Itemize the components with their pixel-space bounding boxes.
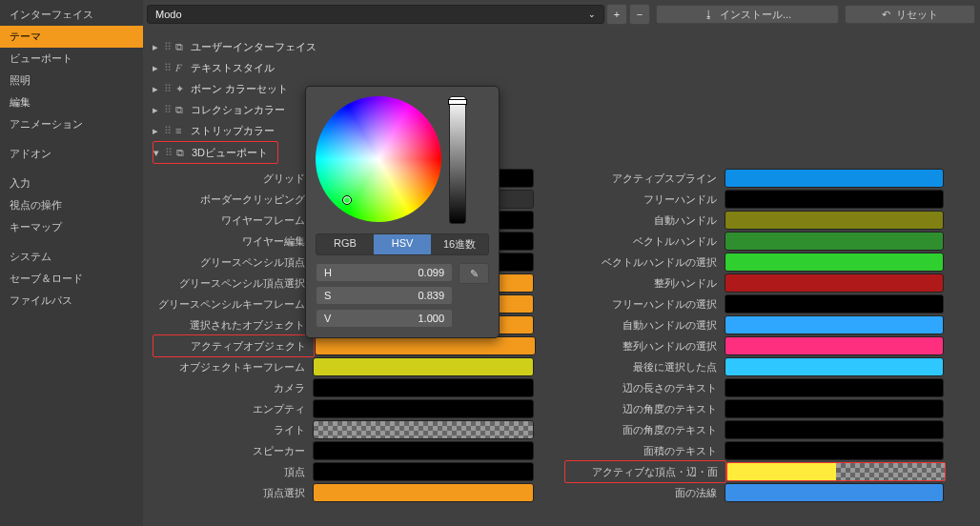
property-row: 面の法線 [564,482,946,503]
color-swatch[interactable] [725,169,944,188]
drag-icon[interactable]: ⠿ [164,83,175,95]
topbar: Modo ⌄ + − ⭳ インストール... ↶ リセット [143,0,980,29]
drag-icon[interactable]: ⠿ [164,62,175,74]
property-row: カメラ [153,377,536,398]
property-row: 自動ハンドルの選択 [564,314,946,335]
preset-add-button[interactable]: + [606,4,627,25]
property-label: アクティブな頂点・辺・面 [564,460,726,483]
property-row: フリーハンドルの選択 [564,293,946,314]
color-swatch[interactable] [725,315,944,334]
color-swatch[interactable] [313,357,534,376]
category-icon: ⧉ [175,104,191,116]
property-label: エンプティ [153,398,313,419]
property-row: ライト [153,419,536,440]
download-icon: ⭳ [704,9,714,20]
color-mode-tab[interactable]: 16進数 [431,234,488,254]
property-label: グリースペンシルキーフレーム [153,293,313,314]
reset-label: リセット [896,8,938,22]
color-swatch[interactable] [725,378,944,397]
color-swatch[interactable] [725,357,944,376]
property-label: 辺の角度のテキスト [564,398,725,419]
property-row: 面積のテキスト [564,440,946,461]
color-swatch[interactable] [313,462,534,481]
preset-dropdown[interactable]: Modo ⌄ [147,5,604,24]
value-slider[interactable] [449,96,466,224]
property-label: スピーカー [153,440,313,461]
sidebar-item[interactable]: インターフェイス [0,4,143,26]
property-row: エンプティ [153,398,536,419]
sidebar-item[interactable]: 視点の操作 [0,194,143,216]
color-wheel[interactable] [316,96,441,222]
color-mode-tab[interactable]: HSV [374,234,431,254]
sidebar-item[interactable]: 入力 [0,172,143,194]
color-swatch[interactable] [313,399,534,418]
preset-remove-button[interactable]: − [629,4,650,25]
color-swatch[interactable] [725,211,944,230]
disclosure-icon: ▸ [153,83,164,95]
property-row: 辺の角度のテキスト [564,398,946,419]
tree-label: ユーザーインターフェイス [191,40,316,54]
property-row: フリーハンドル [564,189,946,210]
color-swatch[interactable] [725,420,944,439]
color-swatch[interactable] [313,441,534,460]
color-swatch[interactable] [313,378,534,397]
tree-item[interactable]: ▸⠿✦ボーン カラーセット [153,78,980,99]
sidebar-item[interactable]: アニメーション [0,113,143,135]
drag-icon[interactable]: ⠿ [164,41,175,53]
property-row: 整列ハンドル [564,273,946,293]
sidebar-item[interactable]: ファイルパス [0,290,143,312]
sidebar-item[interactable]: 編集 [0,91,143,113]
color-swatch[interactable] [313,483,534,502]
tree-label: 3Dビューポート [192,146,268,160]
property-row: 最後に選択した点 [564,356,946,377]
value-field[interactable]: V 1.000 [316,309,453,328]
color-swatch[interactable] [725,294,944,314]
property-row: アクティブスプライン [564,168,946,189]
reset-button[interactable]: ↶ リセット [845,5,975,24]
color-swatch[interactable] [726,462,946,481]
category-icon: ✦ [175,83,191,95]
property-label: カメラ [153,377,313,398]
color-swatch[interactable] [725,190,944,209]
property-label: フリーハンドルの選択 [564,293,725,314]
eyedropper-button[interactable]: ✎ [459,263,489,284]
tree-item[interactable]: ▸⠿𝐹テキストスタイル [153,57,980,78]
sidebar-item[interactable]: アドオン [0,143,143,165]
install-button[interactable]: ⭳ インストール... [656,5,839,24]
color-mode-tab[interactable]: RGB [316,234,374,254]
eyedropper-icon: ✎ [470,268,479,280]
color-swatch[interactable] [725,441,944,460]
color-swatch[interactable] [725,273,944,293]
color-swatch[interactable] [725,399,944,418]
color-wheel-cursor[interactable] [342,195,352,205]
tree-item[interactable]: ▸⠿≡ストリップカラー [153,120,980,141]
sidebar-item[interactable]: セーブ＆ロード [0,268,143,290]
color-swatch[interactable] [725,336,944,355]
color-swatch[interactable] [725,232,944,251]
color-swatch[interactable] [315,336,536,355]
sidebar-item[interactable]: テーマ [0,26,143,48]
tree-item[interactable]: ▸⠿⧉コレクションカラー [153,99,980,120]
drag-icon[interactable]: ⠿ [164,104,175,116]
color-swatch[interactable] [725,253,944,272]
tree-label: ボーン カラーセット [191,82,288,96]
sidebar-item[interactable]: 照明 [0,70,143,91]
hue-field[interactable]: H 0.099 [316,263,453,282]
saturation-field[interactable]: S 0.839 [316,286,453,305]
tree-item[interactable]: ▾⠿⧉3Dビューポート [153,141,278,164]
color-picker-popup: RGBHSV16進数 H 0.099 S 0.839 [305,86,500,338]
color-swatch[interactable] [725,483,944,502]
sidebar-item[interactable]: システム [0,246,143,268]
property-row: スピーカー [153,440,536,461]
sidebar-item[interactable]: ビューポート [0,48,143,70]
property-label: アクティブオブジェクト [153,334,315,357]
drag-icon[interactable]: ⠿ [165,147,176,159]
color-swatch[interactable] [313,420,534,439]
value-slider-handle[interactable] [448,99,467,105]
drag-icon[interactable]: ⠿ [164,125,175,137]
disclosure-icon: ▸ [153,41,164,53]
sidebar-item[interactable]: キーマップ [0,216,143,238]
category-icon: ⧉ [175,41,191,53]
tree-item[interactable]: ▸⠿⧉ユーザーインターフェイス [153,36,980,57]
property-label: ライト [153,419,313,440]
